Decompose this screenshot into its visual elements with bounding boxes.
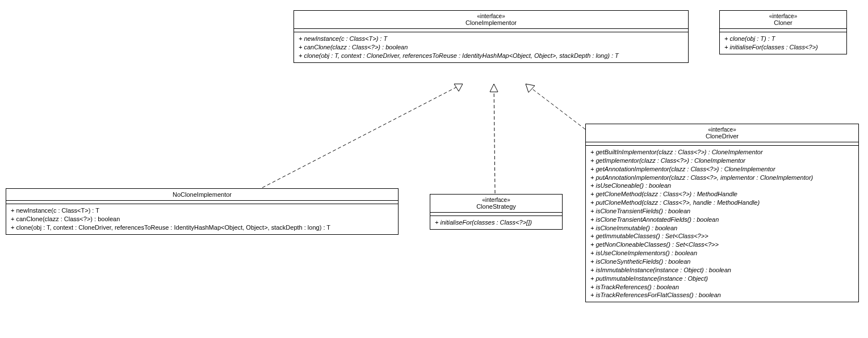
- method-row: + getImmutableClasses() : Set<Class<?>>: [590, 232, 854, 240]
- method-row: + getCloneMethod(clazz : Class<?>) : Met…: [590, 190, 854, 198]
- method-row: + isCloneTransientAnnotatedFields() : bo…: [590, 216, 854, 224]
- realization-line: [494, 84, 495, 193]
- arrowhead-icon: [490, 84, 498, 92]
- method-row: + newInstance(c : Class<T>) : T: [11, 206, 393, 215]
- realization-line: [526, 84, 585, 129]
- method-row: + putAnnotationImplementor(clazz : Class…: [590, 174, 854, 182]
- method-row: + initialiseFor(classes : Class<?>[]): [435, 218, 557, 227]
- method-row: + isCloneImmutable() : boolean: [590, 224, 854, 233]
- class-header: «interface» CloneDriver: [586, 124, 858, 142]
- class-methods: + initialiseFor(classes : Class<?>[]): [430, 216, 562, 229]
- class-name: CloneStrategy: [435, 203, 557, 210]
- stereotype-label: «interface»: [724, 13, 842, 19]
- method-row: + isCloneSyntheticFields() : boolean: [590, 257, 854, 266]
- class-header: «interface» CloneStrategy: [430, 195, 562, 213]
- method-row: + getBuiltInImplementor(clazz : Class<?>…: [590, 148, 854, 157]
- method-row: + isCloneTransientFields() : boolean: [590, 207, 854, 216]
- class-header: NoCloneImplementor: [6, 189, 398, 201]
- arrowhead-icon: [526, 84, 535, 92]
- method-row: + isUseCloneImplementors() : boolean: [590, 249, 854, 257]
- class-clone-strategy: «interface» CloneStrategy + initialiseFo…: [430, 194, 563, 230]
- method-row: + isImmutableInstance(instance : Object)…: [590, 266, 854, 274]
- class-no-clone-implementor: NoCloneImplementor + newInstance(c : Cla…: [6, 188, 399, 235]
- class-name: NoCloneImplementor: [11, 191, 393, 198]
- method-row: + putImmutableInstance(instance : Object…: [590, 274, 854, 283]
- class-clone-driver: «interface» CloneDriver + getBuiltInImpl…: [585, 124, 859, 302]
- method-row: + isTrackReferencesForFlatClasses() : bo…: [590, 291, 854, 299]
- stereotype-label: «interface»: [590, 126, 854, 133]
- method-row: + clone(obj : T) : T: [724, 35, 842, 43]
- method-row: + newInstance(c : Class<T>) : T: [299, 35, 684, 43]
- method-row: + initialiseFor(classes : Class<?>): [724, 43, 842, 52]
- arrowhead-icon: [454, 84, 463, 91]
- method-row: + isTrackReferences() : boolean: [590, 283, 854, 291]
- method-row: + canClone(clazz : Class<?>) : boolean: [11, 215, 393, 223]
- class-name: CloneImplementor: [299, 19, 684, 26]
- realization-line: [262, 84, 463, 188]
- class-name: Cloner: [724, 19, 842, 26]
- class-cloner: «interface» Cloner + clone(obj : T) : T …: [719, 10, 847, 54]
- method-row: + getAnnotationImplementor(clazz : Class…: [590, 165, 854, 174]
- class-clone-implementor: «interface» CloneImplementor + newInstan…: [293, 10, 689, 63]
- class-header: «interface» Cloner: [720, 11, 846, 29]
- method-row: + clone(obj : T, context : CloneDriver, …: [11, 223, 393, 232]
- stereotype-label: «interface»: [299, 13, 684, 19]
- stereotype-label: «interface»: [435, 197, 557, 203]
- method-row: + clone(obj : T, context : CloneDriver, …: [299, 52, 684, 60]
- class-header: «interface» CloneImplementor: [294, 11, 688, 29]
- class-methods: + getBuiltInImplementor(clazz : Class<?>…: [586, 146, 858, 302]
- class-methods: + newInstance(c : Class<T>) : T + canClo…: [6, 204, 398, 234]
- method-row: + isUseCloneable() : boolean: [590, 181, 854, 190]
- method-row: + getNonCloneableClasses() : Set<Class<?…: [590, 240, 854, 249]
- method-row: + putCloneMethod(clazz : Class<?>, handl…: [590, 198, 854, 207]
- class-methods: + clone(obj : T) : T + initialiseFor(cla…: [720, 32, 846, 54]
- method-row: + canClone(clazz : Class<?>) : boolean: [299, 43, 684, 52]
- class-methods: + newInstance(c : Class<T>) : T + canClo…: [294, 32, 688, 62]
- class-name: CloneDriver: [590, 133, 854, 140]
- method-row: + getImplementor(clazz : Class<?>) : Clo…: [590, 157, 854, 165]
